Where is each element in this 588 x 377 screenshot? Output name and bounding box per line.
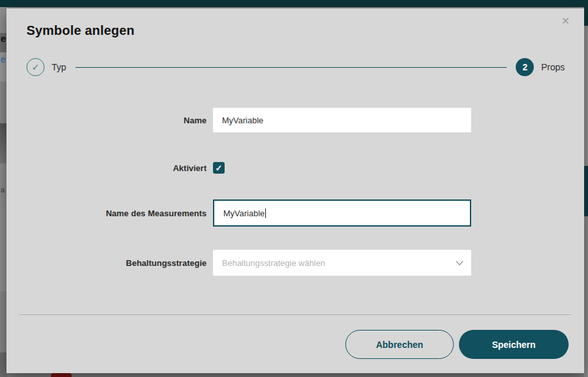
cancel-button[interactable]: Abbrechen: [345, 330, 454, 359]
name-field-row: Name: [13, 108, 471, 132]
measurement-label: Name des Measurements: [13, 209, 207, 218]
stepper-connector-line: [76, 67, 507, 68]
text-cursor: [265, 209, 266, 218]
aktiviert-checkbox[interactable]: ✓: [213, 162, 225, 174]
aktiviert-field-row: Aktiviert ✓: [13, 162, 225, 174]
footer-divider: [19, 314, 571, 315]
measurement-input[interactable]: MyVariable: [213, 199, 471, 227]
checkbox-check-icon: ✓: [216, 163, 223, 173]
app-top-bar: [0, 0, 588, 7]
background-fragment-right: [584, 0, 588, 377]
strategy-label: Behaltungsstrategie: [13, 258, 207, 268]
background-text-fragment: e: [1, 55, 6, 64]
step-typ[interactable]: ✓ Typ: [26, 58, 66, 76]
strategy-field-row: Behaltungsstrategie Behaltungsstrategie …: [13, 250, 471, 276]
strategy-select[interactable]: Behaltungsstrategie wählen: [213, 250, 471, 276]
background-text-fragment: e: [1, 34, 6, 43]
background-fragment-bottom: [7, 373, 584, 377]
name-input[interactable]: [213, 108, 471, 132]
close-icon[interactable]: ✕: [562, 16, 570, 26]
dialog-title: Symbole anlegen: [26, 23, 135, 38]
background-fragment: [584, 166, 588, 216]
step-check-icon: ✓: [26, 58, 45, 76]
step-props[interactable]: 2 Props: [516, 58, 565, 76]
background-fragment: [584, 216, 588, 377]
stepper: ✓ Typ 2 Props: [26, 57, 565, 77]
aktiviert-label: Aktiviert: [13, 163, 207, 173]
measurement-input-value: MyVariable: [223, 209, 265, 218]
step-number-badge: 2: [516, 58, 534, 76]
step-props-label: Props: [541, 62, 565, 72]
create-symbol-dialog: Symbole anlegen ✕ ✓ Typ 2 Props Name Akt…: [6, 8, 584, 373]
chevron-down-icon: [456, 258, 463, 265]
background-text-fragment: a: [1, 187, 5, 194]
background-logo-fragment: [51, 373, 72, 377]
strategy-placeholder: Behaltungsstrategie wählen: [222, 258, 325, 268]
measurement-field-row: Name des Measurements MyVariable: [13, 199, 471, 227]
dialog-footer: Abbrechen Speichern: [6, 330, 569, 359]
name-label: Name: [13, 116, 207, 125]
step-typ-label: Typ: [52, 62, 66, 72]
save-button[interactable]: Speichern: [459, 330, 569, 359]
